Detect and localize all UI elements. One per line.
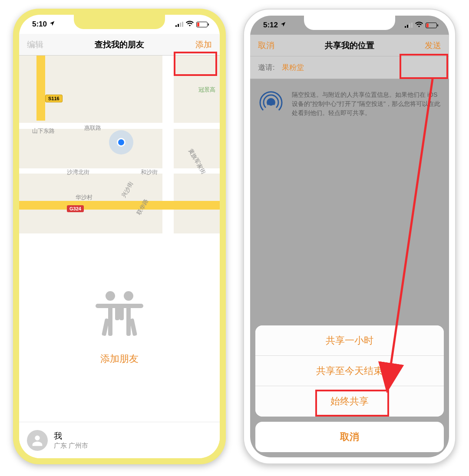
add-friend-area[interactable]: 添加朋友 [19,233,220,422]
label-xingsha: 兴沙街 [120,181,135,199]
time-text: 5:12 [263,21,278,29]
add-button[interactable]: 添加 [195,39,212,50]
notch [304,16,395,30]
label-huasha: 华沙村 [76,194,92,201]
label-guanjing: 冠景高 [198,86,215,94]
airdrop-row[interactable]: 隔空投送。与附近的人共享位置信息。如果他们在 iOS 设备的"控制中心"打开了"… [250,79,449,129]
screen-left: 5:10 编辑 查找我的朋友 添加 [19,15,220,458]
share-always[interactable]: 始终共享 [255,386,444,417]
svg-rect-5 [119,304,124,320]
sheet-cancel[interactable]: 取消 [255,422,444,452]
status-right [405,21,437,30]
friends-icon [91,290,148,339]
battery-icon [426,23,437,28]
signal-icon [405,23,413,28]
label-shawan: 沙湾北街 [67,168,89,176]
map-view[interactable]: S116 G324 冠景高 山下东路 惠联路 沙湾北街 和沙街 华沙村 联华路 … [19,56,220,233]
nav-bar: 取消 共享我的位置 发送 [250,35,449,56]
me-location: 广东 广州市 [54,442,88,450]
nav-bar: 编辑 查找我的朋友 添加 [19,34,220,56]
location-arrow-icon [49,20,55,28]
status-time: 5:12 [263,21,286,30]
label-huilian: 惠联路 [84,124,101,132]
time-text: 5:10 [32,20,47,28]
signal-icon [175,22,183,27]
nav-title: 查找我的朋友 [95,39,144,50]
screen-right: 5:12 取消 共享我的位置 发送 邀请: 果粉堂 [250,16,449,457]
cancel-button[interactable]: 取消 [258,40,274,51]
phone-left: 5:10 编辑 查找我的朋友 添加 [13,9,226,464]
phone-right: 5:12 取消 共享我的位置 发送 邀请: 果粉堂 [243,9,456,464]
label-hesha: 和沙街 [141,168,158,176]
current-location-dot [117,138,126,147]
airdrop-icon [259,90,283,118]
share-one-hour[interactable]: 共享一小时 [255,325,444,356]
notch [74,15,165,29]
send-button[interactable]: 发送 [425,40,441,51]
shield-s116: S116 [45,95,63,102]
edit-button[interactable]: 编辑 [27,39,43,50]
invite-row[interactable]: 邀请: 果粉堂 [250,56,449,79]
me-row[interactable]: 我 广东 广州市 [19,422,220,458]
add-friend-label: 添加朋友 [100,352,139,365]
nav-title: 共享我的位置 [325,40,374,51]
wifi-icon [186,20,194,29]
lower-panel: 添加朋友 我 广东 广州市 [19,233,220,458]
svg-point-0 [106,291,115,301]
status-right [175,20,208,29]
svg-point-9 [268,100,274,105]
location-arrow-icon [280,21,286,29]
shield-g324: G324 [67,205,84,212]
airdrop-text: 隔空投送。与附近的人共享位置信息。如果他们在 iOS 设备的"控制中心"打开了"… [292,90,440,118]
svg-rect-4 [115,304,119,320]
invite-label: 邀请: [258,63,275,72]
avatar-icon [27,430,48,451]
share-until-end-of-day[interactable]: 共享至今天结束 [255,356,444,386]
svg-point-1 [124,291,133,301]
invite-name: 果粉堂 [282,63,304,72]
action-sheet: 共享一小时 共享至今天结束 始终共享 取消 [255,325,444,452]
sheet-group: 共享一小时 共享至今天结束 始终共享 [255,325,444,417]
status-time: 5:10 [32,20,55,29]
battery-icon [196,22,208,27]
me-info: 我 广东 广州市 [54,430,88,450]
wifi-icon [415,21,423,30]
me-name: 我 [54,430,88,442]
label-shanxia: 山下东路 [32,127,55,135]
